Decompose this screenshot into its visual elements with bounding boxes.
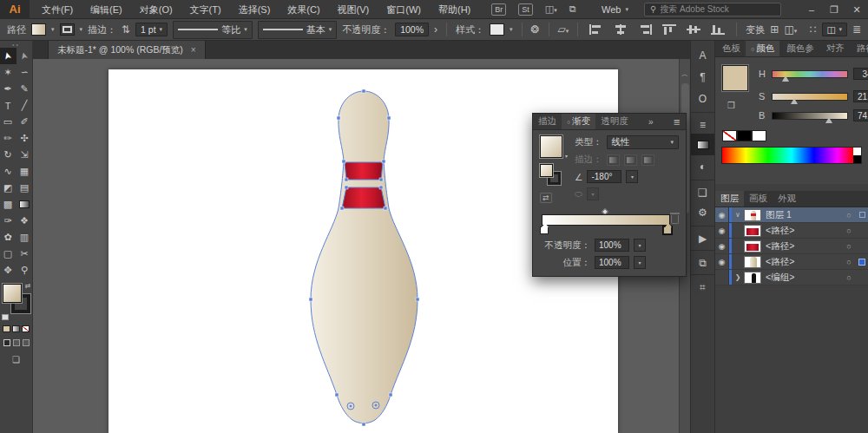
zoom-tool[interactable]: ⚲: [16, 262, 33, 279]
layer-name[interactable]: 图层 1: [766, 209, 842, 221]
delete-stop-icon[interactable]: [671, 215, 679, 224]
magic-wand-tool[interactable]: ✶: [0, 64, 16, 81]
actions-panel-icon[interactable]: ▶: [691, 226, 714, 247]
artboard-tool[interactable]: ▢: [0, 246, 16, 262]
align-top-button[interactable]: [662, 24, 676, 35]
symbol-sprayer-tool[interactable]: ✿: [0, 229, 16, 246]
close-button[interactable]: ✕: [845, 0, 868, 19]
gradient-stop-end[interactable]: [663, 226, 672, 234]
scale-tool[interactable]: ⇲: [16, 147, 33, 163]
layer-row[interactable]: ◉ ∨ 图层 1 ○: [715, 207, 868, 223]
tab-transparency[interactable]: 透明度: [595, 114, 634, 129]
gradient-panel[interactable]: 描边 ○渐变 透明度 » ≣ ▾ ⇄ 类型： 线性▾ 描边：: [532, 113, 687, 277]
draw-behind-button[interactable]: [13, 339, 20, 346]
pencil-tool[interactable]: ✏: [0, 130, 16, 147]
chevron-down-icon[interactable]: ▾: [565, 153, 568, 159]
stroke-width-value[interactable]: 1 pt▾: [135, 23, 168, 36]
panel-tab[interactable]: 路径查: [850, 41, 868, 56]
layer-thumbnail[interactable]: [744, 256, 761, 268]
perspective-grid-tool[interactable]: ▤: [16, 180, 33, 196]
panel-menu-icon[interactable]: ≣: [668, 114, 686, 129]
fill-proxy[interactable]: [540, 164, 553, 177]
saturation-slider[interactable]: [772, 93, 848, 101]
reverse-gradient-icon[interactable]: ⇄: [540, 193, 552, 203]
transform-button[interactable]: 变换: [746, 23, 765, 36]
out-of-gamut-icon[interactable]: ❒: [727, 101, 735, 110]
fill-swatch[interactable]: [3, 284, 22, 303]
blend-tool[interactable]: ❖: [16, 213, 33, 229]
visibility-eye-icon[interactable]: ◉: [715, 207, 729, 222]
bounding-box-icon[interactable]: ⊞: [770, 23, 779, 36]
stroke-stepper[interactable]: ⇅: [122, 23, 130, 36]
fill-stroke-widget[interactable]: ⇄: [2, 284, 31, 318]
opentype-panel-icon[interactable]: O: [691, 88, 714, 109]
panel-tab[interactable]: 图层: [715, 191, 744, 207]
export-panel-icon[interactable]: ⧉: [691, 250, 714, 272]
target-circle-icon[interactable]: ○: [842, 211, 856, 220]
layer-row[interactable]: ◉ <路径> ○: [715, 223, 868, 239]
style-swatch[interactable]: [490, 23, 504, 36]
visibility-eye-icon[interactable]: ◉: [715, 223, 729, 238]
default-fill-stroke-icon[interactable]: [2, 314, 9, 320]
stroke-gradient-within-icon[interactable]: [607, 154, 620, 166]
tools-grip[interactable]: ••: [0, 41, 32, 48]
opacity-value[interactable]: 100%: [395, 23, 429, 36]
workspace-switcher[interactable]: Web ▾: [602, 4, 628, 15]
brush-definition-dropdown[interactable]: 基本▾: [258, 21, 338, 39]
align-middle-button[interactable]: [687, 24, 700, 35]
swap-fill-stroke-icon[interactable]: ⇄: [25, 282, 31, 290]
draw-normal-button[interactable]: [3, 339, 10, 346]
menu-item[interactable]: 编辑(E): [82, 0, 131, 19]
graphic-styles-panel-icon[interactable]: ⚙: [691, 201, 714, 223]
gradient-stop-start[interactable]: [540, 226, 549, 234]
panel-tab[interactable]: 画板: [744, 191, 773, 207]
menu-item[interactable]: 帮助(H): [430, 0, 479, 19]
gradient-slider[interactable]: [540, 208, 679, 234]
visibility-eye-icon[interactable]: ◉: [715, 254, 729, 269]
color-mode-button[interactable]: [3, 325, 10, 332]
draw-inside-button[interactable]: [23, 339, 30, 346]
stock-button[interactable]: St: [518, 3, 533, 16]
scroll-up-icon[interactable]: ︿: [680, 59, 690, 79]
grid-options-icon[interactable]: ∷: [810, 23, 817, 36]
gradient-swatch[interactable]: ▾: [540, 135, 562, 158]
brightness-slider[interactable]: [772, 112, 848, 120]
layer-thumbnail[interactable]: [744, 225, 761, 237]
shaper-tool[interactable]: ✣: [16, 130, 33, 147]
list-options-icon[interactable]: ≣: [852, 23, 861, 36]
target-circle-icon[interactable]: ○: [842, 242, 856, 251]
expand-chevron-icon[interactable]: ❯: [732, 273, 744, 281]
lasso-tool[interactable]: ∽: [16, 64, 33, 81]
gradient-ramp[interactable]: [542, 214, 670, 226]
current-color-swatch[interactable]: [722, 65, 748, 91]
layer-thumbnail[interactable]: [744, 209, 761, 221]
none-swatch[interactable]: [722, 130, 737, 141]
selection-indicator[interactable]: [856, 259, 868, 266]
chevron-down-icon[interactable]: ▾: [51, 26, 55, 33]
visibility-eye-icon[interactable]: ◉: [715, 239, 729, 253]
document-tab[interactable]: 未标题-1* @ 100% (RGB/预览) ×: [48, 41, 206, 59]
stroke-gradient-across-icon[interactable]: [641, 154, 654, 166]
width-tool[interactable]: ∿: [0, 163, 16, 180]
gradient-mode-button[interactable]: [12, 325, 20, 332]
pin-stripe-top[interactable]: [345, 162, 383, 180]
stop-opacity-dropdown[interactable]: ▾: [634, 239, 646, 252]
menu-item[interactable]: 效果(C): [279, 0, 328, 19]
brightness-value[interactable]: 74.12: [853, 109, 868, 121]
gradient-angle-value[interactable]: -180°: [587, 170, 621, 183]
chevron-down-icon[interactable]: ▾: [80, 26, 83, 33]
align-center-button[interactable]: [614, 24, 628, 35]
fill-color-swatch[interactable]: [31, 23, 46, 36]
layer-row[interactable]: ◉ <路径> ○: [715, 239, 868, 254]
layer-name[interactable]: <编组>: [766, 272, 842, 284]
layer-thumbnail[interactable]: [744, 272, 761, 284]
stroke-panel-icon[interactable]: ≡: [691, 112, 714, 134]
expand-chevron-icon[interactable]: ∨: [732, 211, 744, 219]
hue-value[interactable]: 34.5: [853, 68, 868, 80]
angle-dropdown[interactable]: ▾: [626, 170, 638, 183]
target-circle-icon[interactable]: ○: [842, 226, 856, 235]
character-panel-icon[interactable]: A: [691, 44, 714, 66]
minimize-button[interactable]: –: [800, 0, 823, 19]
pin-body-path[interactable]: [311, 91, 418, 423]
align-bottom-button[interactable]: [711, 24, 725, 35]
